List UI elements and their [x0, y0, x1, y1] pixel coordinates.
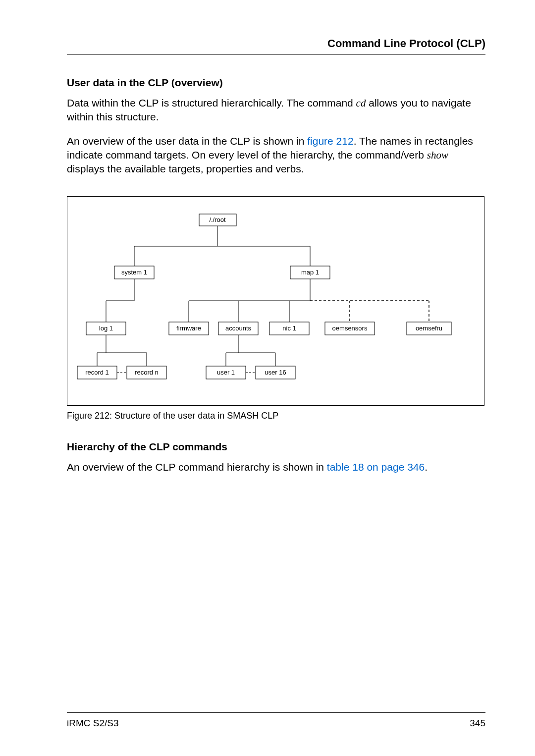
footer-rule — [67, 712, 485, 713]
node-user16: user 16 — [265, 369, 286, 376]
figure-212-diagram: /./root system 1 map 1 — [67, 196, 484, 406]
node-firmware: firmware — [176, 324, 201, 332]
text: displays the available targets, properti… — [67, 163, 304, 174]
paragraph-2: An overview of the user data in the CLP … — [67, 134, 485, 176]
node-user1: user 1 — [217, 369, 235, 376]
node-map1: map 1 — [301, 269, 319, 276]
node-nic1: nic 1 — [282, 324, 296, 332]
figure-caption: Figure 212: Structure of the user data i… — [67, 411, 485, 421]
section-heading-1: User data in the CLP (overview) — [67, 77, 485, 89]
section-heading-2: Hierarchy of the CLP commands — [67, 441, 485, 453]
text: . — [425, 461, 428, 473]
node-log1: log 1 — [99, 324, 113, 332]
link-figure-212[interactable]: figure 212 — [307, 135, 353, 147]
node-accounts: accounts — [225, 324, 252, 332]
command-cd: cd — [356, 97, 366, 109]
paragraph-1: Data within the CLP is structured hierar… — [67, 96, 485, 124]
node-root: /./root — [209, 216, 226, 223]
paragraph-3: An overview of the CLP command hierarchy… — [67, 460, 485, 474]
footer-left: iRMC S2/S3 — [67, 718, 119, 729]
command-show: show — [427, 149, 448, 161]
footer-page-number: 345 — [470, 718, 485, 729]
page-header-title: Command Line Protocol (CLP) — [67, 37, 485, 50]
page-footer: iRMC S2/S3 345 — [67, 712, 485, 729]
node-oemsensors: oemsensors — [332, 324, 368, 332]
text: An overview of the CLP command hierarchy… — [67, 461, 327, 473]
node-recordn: record n — [135, 369, 159, 376]
link-table-18[interactable]: table 18 on page 346 — [327, 461, 425, 473]
node-record1: record 1 — [85, 369, 109, 376]
header-rule — [67, 54, 485, 54]
text: An overview of the user data in the CLP … — [67, 135, 307, 147]
node-system1: system 1 — [121, 269, 147, 276]
text: Data within the CLP is structured hierar… — [67, 97, 356, 108]
node-oemsefru: oemsefru — [416, 324, 442, 332]
